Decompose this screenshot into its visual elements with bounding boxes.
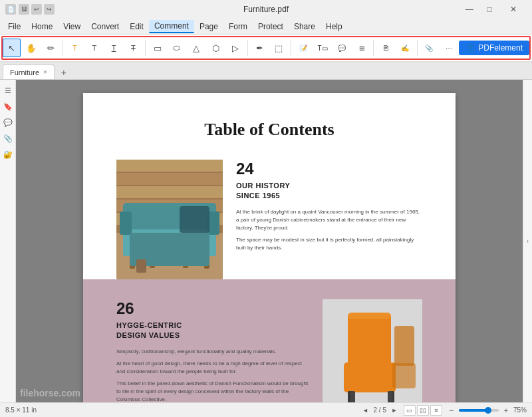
- zoom-slider[interactable]: [459, 409, 499, 412]
- svg-rect-22: [350, 391, 355, 402]
- new-tab-button[interactable]: +: [57, 66, 70, 79]
- page-size-label: 8.5 × 11 in: [5, 406, 37, 414]
- menu-bar: File Home View Convert Edit Comment Page…: [0, 19, 532, 35]
- svg-rect-3: [116, 173, 223, 185]
- toolbar-separator-6: [417, 40, 418, 56]
- section-26-body3: This belief in the pared-down aesthetic …: [116, 380, 309, 402]
- title-bar: 📄 🖫 ↩ ↪ Furniture.pdf — □ ✕: [0, 0, 532, 19]
- sidebar-tool-attachment[interactable]: 📎: [1, 132, 15, 145]
- maximize-button[interactable]: □: [480, 2, 499, 17]
- svg-rect-24: [348, 313, 391, 319]
- svg-rect-13: [150, 256, 155, 268]
- text-tool-3[interactable]: T: [124, 39, 142, 57]
- more-button[interactable]: ⋯: [440, 39, 458, 57]
- section-24-text: 24 OUR HISTORY SINCE 1965 At the brink o…: [236, 160, 422, 279]
- tab-furniture[interactable]: Furniture ×: [3, 65, 55, 79]
- table-button[interactable]: ⊞: [352, 39, 370, 57]
- rectangle-tool-button[interactable]: ▭: [148, 39, 166, 57]
- continuous-view-button[interactable]: ≡: [430, 405, 442, 416]
- stamp-button[interactable]: 🖹: [376, 39, 394, 57]
- menu-share[interactable]: Share: [289, 21, 321, 33]
- toolbar-separator-5: [373, 40, 374, 56]
- menu-file[interactable]: File: [3, 21, 26, 33]
- menu-form[interactable]: Form: [223, 21, 253, 33]
- text-tool-2[interactable]: T: [104, 39, 122, 57]
- page-indicator: 2 / 5: [374, 406, 386, 414]
- minimize-button[interactable]: —: [460, 2, 479, 17]
- zoom-control: − + 75%: [446, 405, 527, 416]
- zoom-in-button[interactable]: +: [501, 405, 511, 416]
- toolbar-separator-2: [145, 40, 146, 56]
- triangle-tool-button[interactable]: △: [188, 39, 205, 57]
- section-26-page-num: 26: [116, 299, 309, 318]
- edit-tool-button[interactable]: ✏: [42, 39, 60, 57]
- heading-line1: OUR HISTORY: [236, 182, 290, 190]
- text-field-button[interactable]: T▭: [313, 39, 331, 57]
- section-26-text: 26 HYGGE-CENTRIC DESIGN VALUES Simplicit…: [116, 299, 309, 402]
- tab-close-button[interactable]: ×: [43, 69, 47, 76]
- status-bar-right: ◄ 2 / 5 ► ▭ ▯▯ ≡ − + 75%: [360, 405, 527, 416]
- svg-rect-26: [392, 363, 416, 388]
- signature-button[interactable]: ✍: [396, 39, 414, 57]
- sidebar-tool-bookmark[interactable]: 🔖: [1, 100, 15, 113]
- menu-view[interactable]: View: [58, 21, 86, 33]
- svg-rect-9: [120, 211, 132, 235]
- pencil-tool-button[interactable]: ✒: [250, 39, 268, 57]
- next-page-button[interactable]: ►: [389, 405, 400, 416]
- polygon2-tool-button[interactable]: ▷: [226, 39, 244, 57]
- polygon-tool-button[interactable]: ⬡: [207, 39, 225, 57]
- zoom-level-label: 75%: [513, 406, 527, 414]
- menu-protect[interactable]: Protect: [253, 21, 289, 33]
- menu-page[interactable]: Page: [194, 21, 223, 33]
- svg-rect-4: [116, 186, 223, 198]
- left-sidebar: ☰ 🔖 💬 📎 🔐: [0, 80, 16, 402]
- section-24-body1: At the brink of daylight on a quaint Van…: [236, 208, 422, 232]
- tab-bar: Furniture × +: [0, 63, 532, 80]
- page-navigation: ◄ 2 / 5 ►: [360, 405, 400, 416]
- sidebar-tool-comment[interactable]: 💬: [1, 116, 15, 129]
- text-tool-1[interactable]: T: [85, 39, 103, 57]
- window-controls: — □ ✕: [460, 2, 527, 17]
- sofa-image: [116, 160, 223, 279]
- chair-svg: [323, 299, 422, 402]
- text-highlight-button[interactable]: T: [66, 39, 84, 57]
- title-bar-left: 📄 🖫 ↩ ↪: [5, 4, 55, 15]
- menu-edit[interactable]: Edit: [124, 21, 149, 33]
- menu-convert[interactable]: Convert: [86, 21, 124, 33]
- toolbar-separator-1: [63, 40, 63, 56]
- svg-rect-11: [180, 206, 209, 233]
- single-page-view-button[interactable]: ▭: [404, 405, 416, 416]
- view-mode-buttons: ▭ ▯▯ ≡: [404, 405, 442, 416]
- svg-rect-2: [116, 160, 223, 172]
- right-panel-handle[interactable]: ›: [523, 80, 532, 402]
- prev-page-button[interactable]: ◄: [360, 405, 371, 416]
- section-24-page-num: 24: [236, 160, 422, 178]
- zoom-out-button[interactable]: −: [446, 405, 457, 416]
- section-24: 24 OUR HISTORY SINCE 1965 At the brink o…: [116, 160, 422, 279]
- tb-icon-3: ↪: [44, 4, 55, 15]
- menu-home[interactable]: Home: [26, 21, 58, 33]
- zoom-slider-fill: [459, 409, 487, 412]
- callout-button[interactable]: 💬: [333, 39, 351, 57]
- text-box-button[interactable]: 📝: [294, 39, 312, 57]
- pdf-element-button[interactable]: 👤 PDFelement: [459, 41, 529, 55]
- status-bar: 8.5 × 11 in ◄ 2 / 5 ► ▭ ▯▯ ≡ − + 75%: [0, 402, 532, 417]
- sidebar-tool-signature[interactable]: 🔐: [1, 148, 15, 161]
- select-tool-button[interactable]: ↖: [3, 39, 21, 57]
- sidebar-tool-page[interactable]: ☰: [1, 84, 15, 97]
- close-button[interactable]: ✕: [500, 2, 527, 17]
- ellipse-tool-button[interactable]: ⬭: [168, 39, 186, 57]
- double-page-view-button[interactable]: ▯▯: [417, 405, 429, 416]
- pdf-element-label: PDFelement: [478, 43, 523, 53]
- svg-rect-15: [204, 254, 209, 269]
- pdf-viewer[interactable]: Table of Contents: [16, 80, 523, 402]
- menu-help[interactable]: Help: [321, 21, 348, 33]
- attach-button[interactable]: 📎: [420, 39, 438, 57]
- heading26-line2: DESIGN VALUES: [116, 331, 180, 339]
- menu-comment[interactable]: Comment: [149, 20, 194, 33]
- hand-tool-button[interactable]: ✋: [22, 39, 40, 57]
- eraser-tool-button[interactable]: ⬚: [270, 39, 288, 57]
- section-24-heading: OUR HISTORY SINCE 1965: [236, 181, 422, 202]
- toc-title: Table of Contents: [116, 120, 422, 140]
- app-icon: 📄: [5, 4, 16, 15]
